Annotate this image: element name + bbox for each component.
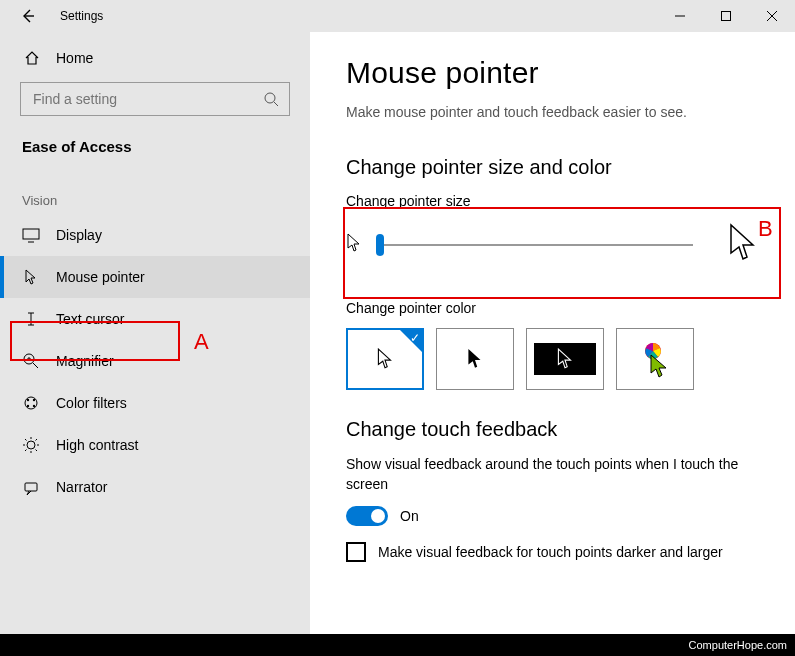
pointer-color-white[interactable]: ✓ [346, 328, 424, 390]
sidebar-item-text-cursor[interactable]: Text cursor [0, 298, 310, 340]
sidebar-item-label: Magnifier [56, 353, 114, 369]
sidebar-item-high-contrast[interactable]: High contrast [0, 424, 310, 466]
magnifier-icon [22, 352, 40, 370]
svg-point-18 [33, 399, 35, 401]
svg-line-13 [33, 363, 38, 368]
close-button[interactable] [749, 0, 795, 32]
category-header: Ease of Access [0, 124, 310, 169]
color-filters-icon [22, 394, 40, 412]
svg-point-21 [27, 441, 35, 449]
touch-feedback-description: Show visual feedback around the touch po… [346, 455, 759, 494]
sidebar-item-label: Display [56, 227, 102, 243]
sidebar-item-label: Color filters [56, 395, 127, 411]
selected-check-icon: ✓ [410, 331, 420, 345]
svg-point-19 [27, 405, 29, 407]
high-contrast-icon [22, 436, 40, 454]
title-bar: Settings [0, 0, 795, 32]
home-link[interactable]: Home [0, 42, 310, 74]
pointer-color-black[interactable] [436, 328, 514, 390]
content-pane: Mouse pointer Make mouse pointer and tou… [310, 32, 795, 634]
text-cursor-icon [22, 310, 40, 328]
svg-line-6 [274, 102, 278, 106]
svg-line-27 [36, 450, 38, 452]
page-subtitle: Make mouse pointer and touch feedback ea… [346, 104, 759, 120]
narrator-icon [22, 478, 40, 496]
maximize-button[interactable] [703, 0, 749, 32]
home-icon [24, 50, 40, 66]
window-title: Settings [60, 9, 103, 23]
svg-point-16 [25, 397, 37, 409]
sidebar-item-display[interactable]: Display [0, 214, 310, 256]
section-label: Vision [0, 169, 310, 214]
settings-window: Settings Home [0, 0, 795, 634]
slider-thumb[interactable] [376, 234, 384, 256]
svg-rect-2 [722, 12, 731, 21]
back-icon[interactable] [20, 8, 36, 24]
annotation-label-a: A [194, 329, 209, 355]
pointer-color-inverted[interactable] [526, 328, 604, 390]
svg-point-5 [265, 93, 275, 103]
search-input[interactable] [20, 82, 290, 116]
nav-list: Display Mouse pointer Text cursor [0, 214, 310, 508]
search-icon [263, 91, 279, 107]
svg-line-29 [36, 439, 38, 441]
sidebar: Home Ease of Access Vision Display [0, 32, 310, 634]
svg-line-26 [25, 439, 27, 441]
pointer-color-custom[interactable] [616, 328, 694, 390]
sidebar-item-magnifier[interactable]: Magnifier [0, 340, 310, 382]
pointer-size-label: Change pointer size [346, 193, 759, 209]
cursor-large-icon [727, 223, 759, 266]
touch-feedback-checkbox-label: Make visual feedback for touch points da… [378, 544, 723, 560]
mouse-pointer-icon [22, 268, 40, 286]
section-heading-touch: Change touch feedback [346, 418, 759, 441]
footer-attribution: ComputerHope.com [0, 634, 795, 656]
svg-rect-7 [23, 229, 39, 239]
sidebar-item-label: Text cursor [56, 311, 124, 327]
sidebar-item-narrator[interactable]: Narrator [0, 466, 310, 508]
cursor-small-icon [346, 233, 362, 256]
sidebar-item-color-filters[interactable]: Color filters [0, 382, 310, 424]
touch-feedback-toggle[interactable] [346, 506, 388, 526]
touch-feedback-toggle-state: On [400, 508, 419, 524]
pointer-size-slider-row [346, 221, 759, 272]
svg-line-28 [25, 450, 27, 452]
touch-feedback-darker-checkbox[interactable] [346, 542, 366, 562]
sidebar-item-label: High contrast [56, 437, 138, 453]
annotation-label-b: B [758, 216, 773, 242]
search-field[interactable] [31, 90, 255, 108]
minimize-button[interactable] [657, 0, 703, 32]
svg-rect-30 [25, 483, 37, 491]
sidebar-item-label: Narrator [56, 479, 107, 495]
svg-point-17 [27, 399, 29, 401]
pointer-color-options: ✓ [346, 328, 759, 390]
pointer-size-slider[interactable] [376, 235, 693, 255]
display-icon [22, 226, 40, 244]
sidebar-item-label: Mouse pointer [56, 269, 145, 285]
sidebar-item-mouse-pointer[interactable]: Mouse pointer [0, 256, 310, 298]
section-heading-size-color: Change pointer size and color [346, 156, 759, 179]
pointer-color-label: Change pointer color [346, 300, 759, 316]
home-label: Home [56, 50, 93, 66]
page-title: Mouse pointer [346, 56, 759, 90]
svg-point-20 [33, 405, 35, 407]
